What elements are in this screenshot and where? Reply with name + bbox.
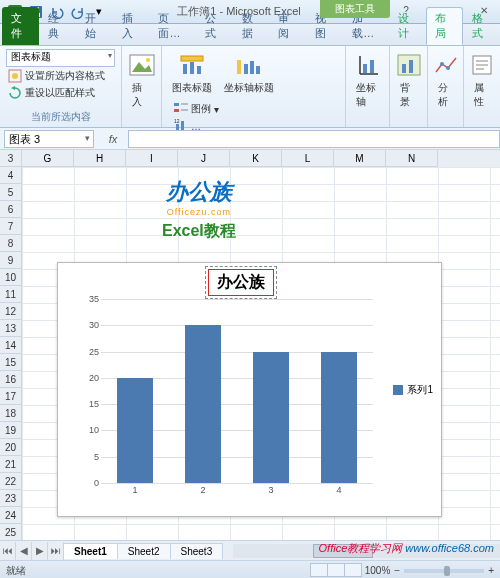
row-header[interactable]: 8 <box>0 235 22 252</box>
column-header[interactable]: G <box>22 150 74 167</box>
zoom-in-icon[interactable]: + <box>488 565 494 576</box>
sheet-nav-next-icon[interactable]: ▶ <box>32 542 48 560</box>
chart-bar[interactable] <box>321 352 357 483</box>
row-header[interactable]: 12 <box>0 303 22 320</box>
svg-rect-29 <box>370 60 374 73</box>
tab-page-layout[interactable]: 页面… <box>149 7 195 45</box>
embedded-chart[interactable]: 办公族 05101520253035 1234 系列1 <box>57 262 442 517</box>
row-header[interactable]: 5 <box>0 184 22 201</box>
sheet-nav-prev-icon[interactable]: ◀ <box>16 542 32 560</box>
column-header[interactable]: K <box>230 150 282 167</box>
row-header[interactable]: 15 <box>0 354 22 371</box>
row-header[interactable]: 14 <box>0 337 22 354</box>
row-header[interactable]: 23 <box>0 490 22 507</box>
svg-rect-14 <box>250 61 254 74</box>
name-box[interactable]: 图表 3 <box>4 130 94 148</box>
sheet-tab-1[interactable]: Sheet1 <box>63 543 118 559</box>
row-header[interactable]: 13 <box>0 320 22 337</box>
row-header[interactable]: 24 <box>0 507 22 524</box>
x-axis[interactable]: 1234 <box>101 483 373 499</box>
tab-classic[interactable]: 经典 <box>39 7 76 45</box>
tab-data[interactable]: 数据 <box>233 7 270 45</box>
chart-title-icon <box>178 51 206 79</box>
column-header[interactable]: M <box>334 150 386 167</box>
row-header[interactable]: 3 <box>0 150 22 167</box>
logo-line1: 办公族 <box>162 177 236 207</box>
axis-title-button[interactable]: 坐标轴标题 <box>220 49 278 97</box>
format-icon <box>8 69 22 83</box>
chart-element-selector[interactable]: 图表标题 <box>6 49 115 67</box>
tab-home[interactable]: 开始 <box>76 7 113 45</box>
chart-bars[interactable] <box>101 299 373 483</box>
column-header[interactable]: L <box>282 150 334 167</box>
tab-chart-design[interactable]: 设计 <box>389 7 426 45</box>
plot-area[interactable]: 05101520253035 1234 <box>83 299 373 499</box>
chart-legend[interactable]: 系列1 <box>393 383 433 397</box>
row-header[interactable]: 11 <box>0 286 22 303</box>
chart-bar[interactable] <box>253 352 289 483</box>
insert-button[interactable]: 插入 <box>128 49 155 111</box>
tab-chart-format[interactable]: 格式 <box>463 7 500 45</box>
tab-chart-layout[interactable]: 布局 <box>426 7 463 45</box>
row-header[interactable]: 18 <box>0 405 22 422</box>
legend-button[interactable]: 图例 ▾ <box>172 101 251 117</box>
tab-review[interactable]: 审阅 <box>269 7 306 45</box>
group-current-selection: 当前所选内容 <box>6 110 115 124</box>
zoom-out-icon[interactable]: − <box>394 565 400 576</box>
axis-title-icon <box>235 51 263 79</box>
row-header[interactable]: 22 <box>0 473 22 490</box>
tab-formula[interactable]: 公式 <box>196 7 233 45</box>
row-header[interactable]: 7 <box>0 218 22 235</box>
ribbon: 图表标题 设置所选内容格式 重设以匹配样式 当前所选内容 插入 图表标题 <box>0 46 500 128</box>
column-header[interactable]: H <box>74 150 126 167</box>
zoom-level[interactable]: 100% <box>365 565 391 576</box>
chart-title-button[interactable]: 图表标题 <box>168 49 216 97</box>
properties-button[interactable]: 属性 <box>470 49 494 111</box>
tab-file[interactable]: 文件 <box>2 7 39 45</box>
chart-bar[interactable] <box>117 378 153 483</box>
y-tick: 15 <box>89 399 99 409</box>
contextual-tab-label: 图表工具 <box>320 0 390 18</box>
row-header[interactable]: 25 <box>0 524 22 541</box>
sheet-nav-first-icon[interactable]: ⏮ <box>0 542 16 560</box>
axes-button[interactable]: 坐标轴 <box>352 49 383 111</box>
row-header[interactable]: 20 <box>0 439 22 456</box>
logo-line2: Officezu.com <box>162 207 236 217</box>
row-header[interactable]: 21 <box>0 456 22 473</box>
row-header[interactable]: 19 <box>0 422 22 439</box>
y-tick: 20 <box>89 373 99 383</box>
tab-insert[interactable]: 插入 <box>113 7 150 45</box>
trendline-icon <box>432 51 460 79</box>
sheet-tab-3[interactable]: Sheet3 <box>170 543 224 559</box>
formula-input[interactable] <box>128 130 500 148</box>
x-tick: 1 <box>132 485 137 495</box>
x-tick: 2 <box>200 485 205 495</box>
format-selection-button[interactable]: 设置所选内容格式 <box>6 68 115 84</box>
analysis-button[interactable]: 分析 <box>434 49 457 111</box>
svg-point-4 <box>12 73 18 79</box>
svg-text:12: 12 <box>174 119 180 124</box>
sheet-nav-last-icon[interactable]: ⏭ <box>48 542 64 560</box>
row-header[interactable]: 17 <box>0 388 22 405</box>
row-header[interactable]: 4 <box>0 167 22 184</box>
chart-title-textbox[interactable]: 办公族 <box>208 269 274 296</box>
fx-icon[interactable]: fx <box>98 133 128 145</box>
x-tick: 3 <box>268 485 273 495</box>
row-header[interactable]: 16 <box>0 371 22 388</box>
plot-area-button[interactable]: 背景 <box>396 49 421 111</box>
row-header[interactable]: 10 <box>0 269 22 286</box>
zoom-slider[interactable] <box>404 569 484 573</box>
row-header[interactable]: 6 <box>0 201 22 218</box>
row-header[interactable]: 9 <box>0 252 22 269</box>
column-header[interactable]: J <box>178 150 230 167</box>
legend-label: 系列1 <box>407 383 433 397</box>
reset-style-button[interactable]: 重设以匹配样式 <box>6 85 115 101</box>
x-tick: 4 <box>336 485 341 495</box>
column-header[interactable]: N <box>386 150 438 167</box>
column-header[interactable]: I <box>126 150 178 167</box>
reset-icon <box>8 86 22 100</box>
view-buttons[interactable] <box>310 563 361 579</box>
chart-bar[interactable] <box>185 325 221 483</box>
sheet-tab-2[interactable]: Sheet2 <box>117 543 171 559</box>
y-axis[interactable]: 05101520253035 <box>83 299 101 483</box>
